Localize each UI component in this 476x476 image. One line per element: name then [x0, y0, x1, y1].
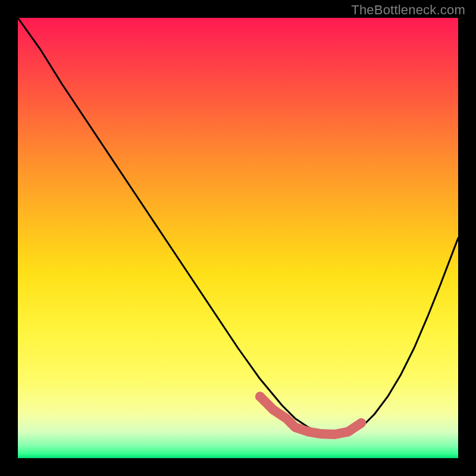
curves-svg	[18, 18, 458, 458]
plot-area	[18, 18, 458, 458]
svg-point-0	[255, 392, 265, 401]
watermark-text: TheBottleneck.com	[351, 2, 465, 18]
svg-point-1	[268, 405, 278, 415]
chart-frame: TheBottleneck.com	[0, 0, 476, 476]
